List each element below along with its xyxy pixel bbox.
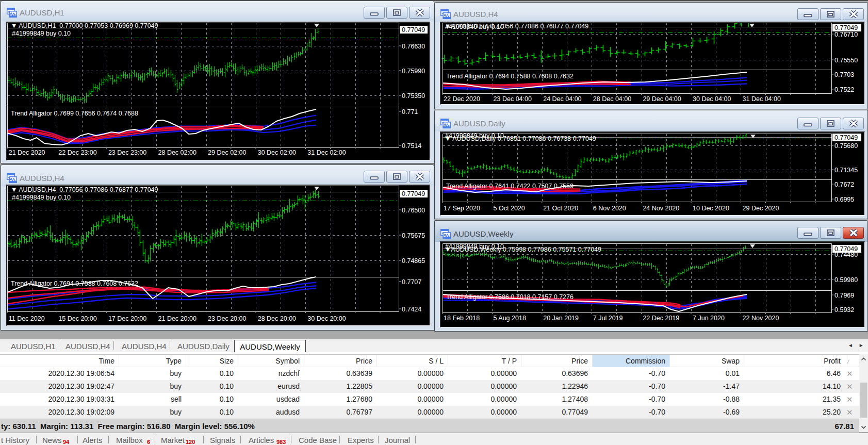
svg-text:29 Dec 02:00: 29 Dec 02:00 — [208, 149, 246, 156]
svg-text:0.6995: 0.6995 — [834, 196, 854, 203]
svg-text:0.76500: 0.76500 — [402, 207, 425, 214]
svg-text:30 Dec 04:00: 30 Dec 04:00 — [693, 95, 731, 103]
svg-text:0.7514: 0.7514 — [402, 142, 421, 150]
svg-text:24 Nov 2020: 24 Nov 2020 — [643, 205, 679, 212]
svg-text:6 Nov 2020: 6 Nov 2020 — [593, 205, 626, 212]
svg-text:Trend Alligator 0.7699 0.7656: Trend Alligator 0.7699 0.7656 0.7674 0.7… — [11, 110, 138, 117]
svg-text:0.7522: 0.7522 — [834, 86, 854, 93]
svg-text:23 Dec 23:00: 23 Dec 23:00 — [108, 149, 146, 156]
svg-text:20 Jan 2019: 20 Jan 2019 — [543, 315, 579, 322]
svg-text:0.75350: 0.75350 — [402, 92, 425, 100]
svg-text:Trend Alligator 0.7694 0.7588: Trend Alligator 0.7694 0.7588 0.7608 0.7… — [11, 280, 138, 287]
svg-text:21 Oct 2020: 21 Oct 2020 — [543, 205, 578, 212]
svg-text:28 Dec 04:00: 28 Dec 04:00 — [593, 95, 631, 103]
svg-text:▼ AUDUSD,H4 0.77056 0.77086 0: ▼ AUDUSD,H4 0.77056 0.77086 0.76877 0.77… — [11, 186, 158, 193]
svg-text:17 Sep 2020: 17 Sep 2020 — [444, 205, 480, 212]
svg-text:0.77049: 0.77049 — [834, 245, 858, 253]
svg-text:30 Dec 20:00: 30 Dec 20:00 — [307, 315, 346, 322]
svg-text:7 Jun 2020: 7 Jun 2020 — [693, 315, 725, 322]
svg-text:Trend Alligator 0.7694 0.7588: Trend Alligator 0.7694 0.7588 0.7608 0.7… — [446, 73, 574, 80]
svg-text:0.77049: 0.77049 — [402, 26, 425, 34]
svg-text:21 Dec 20:00: 21 Dec 20:00 — [158, 315, 196, 322]
svg-text:0.75550: 0.75550 — [834, 57, 858, 64]
svg-text:23 Dec 04:00: 23 Dec 04:00 — [494, 95, 532, 103]
svg-text:22 Dec 2020: 22 Dec 2020 — [444, 95, 480, 103]
svg-text:Trend Alligator 0.7641 0.7422: Trend Alligator 0.7641 0.7422 0.7507 0.7… — [446, 183, 574, 190]
svg-text:28 Dec 02:00: 28 Dec 02:00 — [158, 149, 196, 156]
svg-text:0.77049: 0.77049 — [834, 24, 858, 31]
svg-text:31 Dec 04:00: 31 Dec 04:00 — [743, 95, 781, 103]
svg-text:0.71345: 0.71345 — [834, 167, 858, 174]
svg-text:0.74865: 0.74865 — [402, 257, 425, 265]
svg-text:18 Feb 2018: 18 Feb 2018 — [444, 315, 480, 322]
svg-text:29 Dec 2020: 29 Dec 2020 — [743, 205, 779, 212]
svg-text:0.7707: 0.7707 — [402, 278, 421, 286]
svg-text:5 Aug 2018: 5 Aug 2018 — [494, 315, 526, 322]
svg-text:0.75990: 0.75990 — [402, 68, 425, 75]
svg-text:0.76630: 0.76630 — [402, 43, 425, 50]
svg-text:#41999849 buy 0.10: #41999849 buy 0.10 — [12, 30, 71, 37]
svg-text:22 Dec 2019: 22 Dec 2019 — [643, 315, 679, 322]
svg-text:22 Nov 2020: 22 Nov 2020 — [743, 315, 779, 322]
svg-text:▼AUDUSD,Weekly 0.75998 0.7708: ▼AUDUSD,Weekly 0.75998 0.77086 0.75571 0… — [445, 246, 601, 253]
svg-text:23 Dec 20:00: 23 Dec 20:00 — [208, 315, 246, 322]
svg-text:24 Dec 04:00: 24 Dec 04:00 — [543, 95, 581, 103]
svg-text:0.5932: 0.5932 — [834, 306, 854, 314]
svg-text:0.7672: 0.7672 — [834, 181, 854, 188]
svg-text:0.75680: 0.75680 — [834, 142, 858, 150]
svg-text:0.75675: 0.75675 — [402, 232, 425, 239]
svg-text:Trend Alligator 0.7586 0.7018: Trend Alligator 0.7586 0.7018 0.7157 0.7… — [446, 293, 574, 301]
svg-text:0.7424: 0.7424 — [402, 306, 421, 313]
svg-text:17 Dec 20:00: 17 Dec 20:00 — [108, 315, 146, 322]
svg-text:30 Dec 02:00: 30 Dec 02:00 — [258, 149, 296, 156]
svg-text:0.59980: 0.59980 — [834, 276, 858, 284]
svg-text:▼ AUDUSD,Daily 0.76851 0.7708: ▼ AUDUSD,Daily 0.76851 0.77086 0.76738 0… — [445, 135, 596, 142]
svg-text:#41999849 buy 0.10: #41999849 buy 0.10 — [12, 194, 71, 201]
svg-text:31 Dec 02:00: 31 Dec 02:00 — [307, 149, 346, 156]
svg-text:0.76710: 0.76710 — [834, 31, 858, 38]
svg-text:7 Jul 2019: 7 Jul 2019 — [593, 315, 623, 322]
svg-text:▼ AUDUSD,H1 0.77000 0.77053 0: ▼ AUDUSD,H1 0.77000 0.77053 0.76969 0.77… — [11, 22, 158, 29]
svg-text:0.7703: 0.7703 — [834, 71, 854, 78]
svg-text:0.77049: 0.77049 — [834, 134, 858, 141]
svg-text:0.771: 0.771 — [402, 108, 418, 116]
svg-text:29 Dec 04:00: 29 Dec 04:00 — [643, 95, 681, 103]
svg-text:▼AUDUSD,H4 0.77056 0.77086 0.: ▼AUDUSD,H4 0.77056 0.77086 0.76877 0.770… — [445, 23, 588, 30]
svg-text:21 Dec 2020: 21 Dec 2020 — [9, 149, 45, 156]
svg-text:11 Dec 2020: 11 Dec 2020 — [9, 315, 45, 322]
svg-text:0.7969: 0.7969 — [834, 292, 854, 299]
svg-text:22 Dec 23:00: 22 Dec 23:00 — [58, 149, 96, 156]
svg-text:28 Dec 20:00: 28 Dec 20:00 — [258, 315, 296, 322]
svg-text:10 Dec 2020: 10 Dec 2020 — [693, 205, 729, 212]
svg-text:15 Dec 20:00: 15 Dec 20:00 — [58, 315, 96, 322]
svg-text:0.77049: 0.77049 — [402, 190, 425, 197]
svg-text:5 Oct 2020: 5 Oct 2020 — [494, 205, 525, 212]
